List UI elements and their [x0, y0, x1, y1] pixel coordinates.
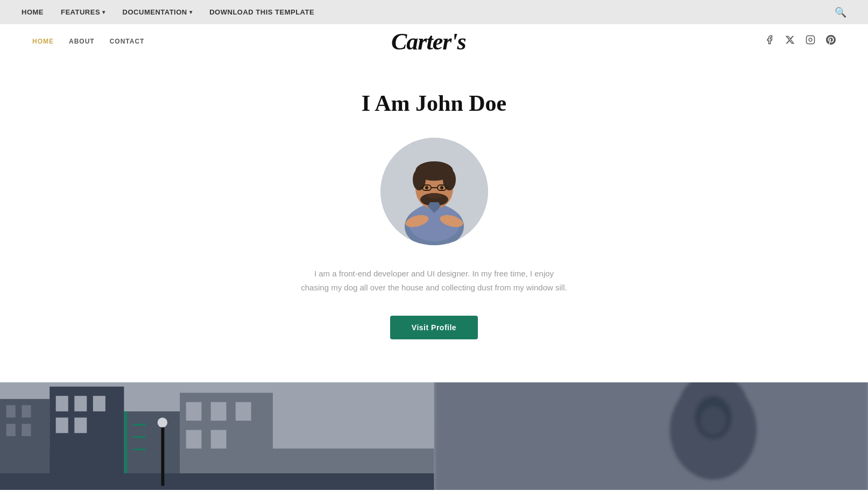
secondary-nav-about[interactable]: ABOUT: [69, 38, 95, 45]
svg-point-21: [427, 193, 442, 198]
left-image: [0, 382, 434, 490]
top-nav-home[interactable]: HOME: [22, 8, 44, 16]
top-nav-links: HOME FEATURES ▾ DOCUMENTATION ▾ DOWNLOAD…: [22, 8, 314, 16]
svg-rect-43: [211, 402, 227, 421]
right-image-svg: [434, 382, 869, 490]
top-nav-download[interactable]: DOWNLOAD THIS TEMPLATE: [209, 8, 314, 16]
left-image-svg: [0, 382, 434, 490]
svg-rect-46: [211, 430, 227, 449]
top-nav-documentation[interactable]: DOCUMENTATION ▾: [123, 8, 193, 16]
svg-rect-34: [56, 417, 68, 433]
facebook-icon[interactable]: [765, 35, 774, 47]
top-navigation: HOME FEATURES ▾ DOCUMENTATION ▾ DOWNLOAD…: [0, 0, 868, 24]
features-chevron-icon: ▾: [102, 9, 105, 15]
svg-rect-27: [22, 405, 31, 417]
svg-point-19: [425, 186, 428, 189]
svg-rect-26: [6, 405, 16, 417]
top-nav-features[interactable]: FEATURES ▾: [61, 8, 105, 16]
site-logo[interactable]: Carter's: [386, 23, 483, 60]
logo-text: Carter's: [386, 35, 483, 60]
svg-rect-48: [161, 424, 165, 486]
svg-rect-42: [186, 402, 202, 421]
docs-chevron-icon: ▾: [189, 9, 193, 15]
svg-rect-38: [133, 424, 146, 425]
svg-rect-33: [93, 396, 105, 411]
svg-rect-47: [0, 473, 434, 490]
visit-profile-button[interactable]: Visit Profile: [390, 316, 478, 339]
svg-point-20: [440, 186, 443, 189]
svg-point-49: [158, 417, 167, 427]
secondary-nav-links: HOME ABOUT CONTACT: [32, 38, 144, 45]
secondary-nav-contact[interactable]: CONTACT: [110, 38, 145, 45]
svg-rect-31: [56, 396, 68, 411]
svg-point-12: [443, 169, 456, 190]
svg-rect-45: [186, 430, 202, 449]
svg-rect-40: [133, 449, 146, 450]
svg-rect-1: [807, 36, 815, 44]
instagram-icon[interactable]: [806, 35, 815, 47]
pinterest-icon[interactable]: [826, 35, 836, 47]
svg-rect-56: [434, 382, 869, 490]
twitter-x-icon[interactable]: [785, 35, 795, 47]
svg-text:Carter's: Carter's: [391, 29, 466, 55]
hero-bio: I am a front-end developer and UI design…: [300, 267, 569, 294]
svg-point-11: [413, 169, 426, 190]
secondary-navigation: HOME ABOUT CONTACT Carter's: [0, 24, 868, 58]
logo-svg: Carter's: [386, 23, 483, 55]
svg-rect-35: [74, 417, 87, 433]
svg-rect-39: [133, 436, 146, 438]
avatar-image: [380, 138, 488, 245]
right-image: [434, 382, 869, 490]
svg-rect-28: [6, 424, 16, 436]
svg-rect-32: [74, 396, 87, 411]
bottom-images-section: [0, 382, 868, 490]
search-icon[interactable]: 🔍: [835, 6, 846, 18]
social-icons-group: [765, 35, 836, 47]
svg-rect-44: [236, 402, 251, 421]
avatar-container: [380, 138, 488, 245]
hero-section: I Am John Doe: [0, 58, 868, 361]
svg-rect-29: [22, 424, 31, 436]
secondary-nav-home[interactable]: HOME: [32, 38, 54, 45]
hero-title: I Am John Doe: [11, 90, 857, 116]
